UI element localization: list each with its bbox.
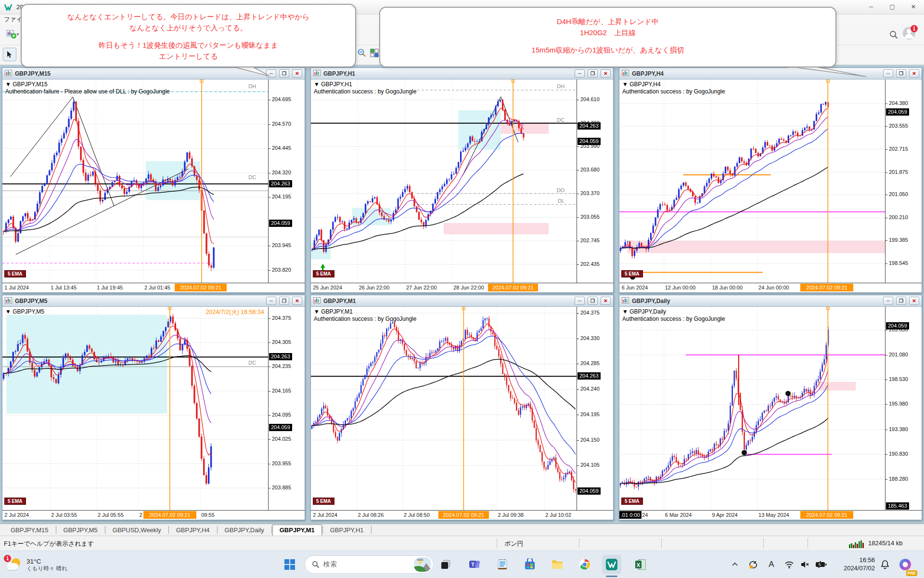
window-restore-button[interactable]: ❐	[588, 297, 598, 305]
store-app-icon[interactable]	[520, 555, 539, 574]
chart-window-gbpjpy-m1[interactable]: GBPJPY,M1─❐✕204.375204.330204.285204.240…	[310, 295, 614, 520]
window-close-button[interactable]: ✕	[292, 69, 302, 78]
chart-window-titlebar[interactable]: GBPJPY,Daily─❐✕	[619, 295, 922, 307]
price-tick-label: 204.105	[580, 462, 600, 468]
tab-gbpjpy-m1[interactable]: GBPJPY,M1	[272, 525, 322, 536]
time-axis[interactable]: 6 Jun 202412 Jun 00:0018 Jun 00:0024 Jun…	[619, 283, 922, 292]
chart-area[interactable]: 204.375204.330204.285204.240204.195204.1…	[311, 307, 613, 520]
volume-muted-tray-icon[interactable]	[797, 555, 812, 574]
window-restore-button[interactable]: ❐	[896, 297, 906, 305]
chart-window-titlebar[interactable]: GBPJPY,M5─❐✕	[2, 295, 305, 307]
window-minimize-button[interactable]: ─	[575, 69, 585, 78]
chart-window-titlebar[interactable]: GBPJPY,H4─❐✕	[619, 68, 922, 79]
account-avatar[interactable]: 1	[903, 27, 915, 39]
window-restore-button[interactable]: ❐	[896, 69, 906, 78]
taskbar-overflow-chevron[interactable]	[729, 555, 741, 574]
ema-indicator-badge: 5 EMA	[313, 270, 334, 277]
copilot-button[interactable]: PRE	[894, 555, 916, 574]
window-close-button[interactable]: ✕	[909, 297, 919, 305]
minimize-button[interactable]: ─	[860, 0, 882, 14]
price-axis[interactable]: 204.610204.300203.990203.680203.370203.0…	[577, 79, 613, 283]
price-tick-label: 190.830	[889, 451, 908, 457]
candlestick-plot[interactable]	[311, 307, 577, 510]
chart-area[interactable]: DHDC204.695204.570204.445204.320204.1952…	[2, 79, 305, 292]
tab-gbpjpy-h1[interactable]: GBPJPY,H1	[323, 525, 371, 536]
time-axis[interactable]: 25 Jun 202426 Jun 22:0027 Jun 22:0028 Ju…	[311, 283, 613, 292]
window-minimize-button[interactable]: ─	[575, 297, 585, 305]
candlestick-plot[interactable]	[619, 307, 885, 510]
start-button[interactable]	[280, 555, 299, 574]
window-minimize-button[interactable]: ─	[883, 297, 893, 305]
chart-window-gbpjpy-h1[interactable]: GBPJPY,H1─❐✕DHDCDODL204.610204.300203.99…	[310, 67, 614, 293]
candlestick-plot[interactable]: DC	[2, 307, 268, 510]
window-close-button[interactable]: ✕	[601, 297, 611, 305]
taskbar-search[interactable]: 検索	[305, 555, 434, 574]
wifi-tray-icon[interactable]	[782, 555, 797, 574]
chart-window-titlebar[interactable]: GBPJPY,M1─❐✕	[311, 295, 613, 307]
window-restore-button[interactable]: ❐	[279, 297, 289, 305]
time-axis[interactable]: 2 Jul 20242 Jul 03:552 Jul 05:552 J09:55…	[2, 510, 305, 520]
chart-area[interactable]: 204.380203.555202.715201.875201.050200.2…	[619, 79, 922, 292]
cursor-tool-button[interactable]	[3, 48, 16, 61]
chart-area[interactable]: 203.630201.080198.530195.980193.380190.8…	[619, 307, 922, 520]
copilot-icon	[898, 557, 912, 572]
svg-text:DH: DH	[557, 83, 565, 89]
weather-widget[interactable]: 1 31°C くもり時々 晴れ	[7, 555, 108, 575]
taskbar-clock[interactable]: 16:56 2024/07/02	[832, 556, 875, 572]
price-axis[interactable]: 204.375204.305204.235204.165204.095204.0…	[268, 307, 305, 510]
window-close-button[interactable]: ✕	[601, 69, 611, 78]
window-minimize-button[interactable]: ─	[883, 69, 893, 78]
new-chart-button[interactable]: ▾	[3, 27, 22, 41]
window-minimize-button[interactable]: ─	[266, 297, 276, 305]
task-view-button[interactable]	[436, 555, 455, 574]
chart-window-gbpjpy-daily[interactable]: GBPJPY,Daily─❐✕203.630201.080198.530195.…	[619, 295, 922, 520]
notepad-app-icon[interactable]	[493, 555, 512, 574]
callout-gap	[22, 33, 355, 39]
time-axis[interactable]: 1 Jul 20241 Jul 13:451 Jul 19:452 Jul 01…	[2, 283, 305, 292]
time-axis[interactable]: 2 Jul 20242 Jul 08:262 Jul 08:502 Jul 09…	[311, 510, 613, 520]
price-axis[interactable]: 204.380203.555202.715201.875201.050200.2…	[885, 79, 922, 283]
candlestick-plot[interactable]	[619, 79, 885, 283]
tab-gbpjpy-daily[interactable]: GBPJPY,Daily	[218, 525, 271, 536]
window-restore-button[interactable]: ❐	[279, 69, 289, 78]
tab-gbpjpy-h4[interactable]: GBPJPY,H4	[169, 525, 217, 536]
file-explorer-icon[interactable]	[548, 555, 567, 574]
zoom-out-button[interactable]	[355, 46, 369, 60]
svg-text:DL: DL	[558, 198, 565, 204]
teams-app-icon[interactable]: T	[465, 555, 484, 574]
chart-window-titlebar[interactable]: GBPJPY,H1─❐✕	[311, 68, 613, 79]
notification-bell[interactable]	[877, 555, 893, 574]
candlestick-plot[interactable]: DHDC	[2, 79, 268, 283]
battery-tray-icon[interactable]	[812, 555, 830, 574]
chart-clock-label: 2024/7/2(火) 16:56:34	[205, 308, 264, 316]
tab-gbpjpy-m15[interactable]: GBPJPY,M15	[4, 525, 55, 536]
excel-app-icon[interactable]: X	[631, 555, 650, 574]
chrome-app-icon[interactable]	[575, 555, 594, 574]
close-button[interactable]: ✕	[903, 0, 924, 14]
chart-window-gbpjpy-m15[interactable]: GBPJPY,M15─❐✕DHDC204.695204.570204.44520…	[2, 67, 305, 293]
chart-window-gbpjpy-h4[interactable]: GBPJPY,H4─❐✕204.380203.555202.715201.875…	[619, 67, 922, 293]
search-highlight-image[interactable]	[414, 557, 431, 572]
price-tick-label: 204.025	[272, 436, 291, 442]
tab-gbpusd-weekly[interactable]: GBPUSD,Weekly	[106, 525, 168, 536]
window-close-button[interactable]: ✕	[292, 297, 302, 305]
metatrader-app-icon-active[interactable]	[602, 555, 621, 574]
chart-area[interactable]: DHDCDODL204.610204.300203.990203.680203.…	[311, 79, 613, 292]
tab-gbpjpy-m5[interactable]: GBPJPY,M5	[57, 525, 104, 536]
window-close-button[interactable]: ✕	[909, 69, 919, 78]
price-axis[interactable]: 204.375204.330204.285204.240204.195204.1…	[577, 307, 613, 510]
chart-window-gbpjpy-m5[interactable]: GBPJPY,M5─❐✕DC204.375204.305204.235204.1…	[2, 295, 305, 520]
price-axis[interactable]: 203.630201.080198.530195.980193.380190.8…	[885, 307, 922, 510]
wifi-icon	[784, 560, 794, 569]
ime-indicator[interactable]: A	[764, 555, 779, 574]
maximize-button[interactable]: ▢	[882, 0, 903, 14]
price-axis[interactable]: 204.695204.570204.445204.320204.195203.9…	[268, 79, 305, 283]
time-axis[interactable]: 246 Mar 20249 Apr 202413 May 20242024.07…	[619, 510, 922, 520]
callout-line: 1H20G2 上目線	[380, 27, 835, 38]
candlestick-plot[interactable]: DHDCDODL	[311, 79, 577, 283]
window-restore-button[interactable]: ❐	[588, 69, 598, 78]
search-tool-button[interactable]	[887, 28, 900, 41]
sync-tray-icon[interactable]	[745, 555, 761, 574]
chart-area[interactable]: DC204.375204.305204.235204.165204.095204…	[2, 307, 305, 520]
avatar-body	[905, 34, 913, 39]
